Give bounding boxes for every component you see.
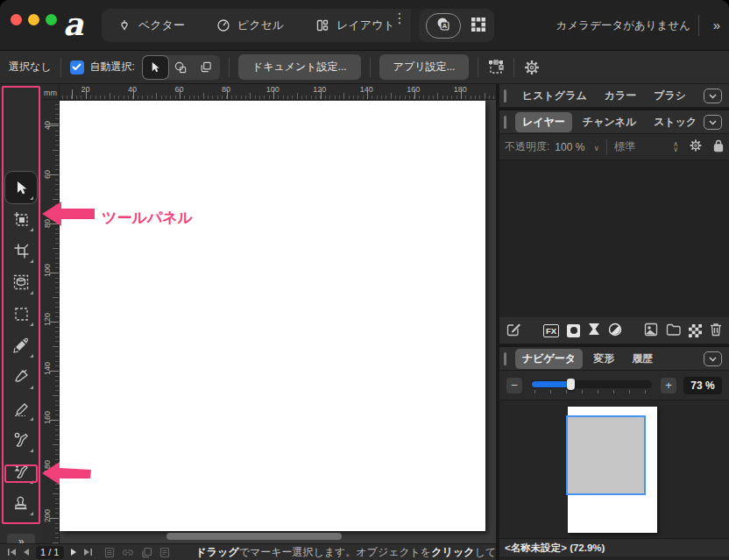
undo-brush-tool[interactable] (5, 456, 37, 487)
gear-icon[interactable] (689, 138, 703, 155)
lock-icon[interactable] (713, 139, 724, 155)
window-zoom-button[interactable] (46, 14, 57, 25)
snapping-options-icon[interactable] (487, 59, 505, 76)
studio-grid-icon[interactable] (470, 16, 487, 36)
zoom-in-button[interactable]: + (661, 378, 676, 393)
ruler-label: 60 (174, 85, 183, 94)
canvas-area[interactable]: mm 20 40 60 80 100 120 140 160 180 40 60… (42, 84, 496, 543)
last-page-button[interactable] (83, 548, 93, 556)
blend-mode-dropdown[interactable]: 標準 (614, 139, 673, 154)
live-filter-icon[interactable] (608, 323, 622, 339)
crop-tool[interactable] (5, 235, 37, 266)
tab-stock[interactable]: ストック (647, 112, 704, 132)
toolbar-overflow-chevron-icon[interactable]: » (713, 18, 720, 32)
tab-history[interactable]: 履歴 (625, 349, 660, 369)
zoom-out-button[interactable]: − (506, 378, 522, 393)
panel-drag-handle[interactable] (504, 89, 506, 103)
new-image-layer-icon[interactable] (644, 323, 658, 339)
window-close-button[interactable] (11, 14, 22, 25)
chevron-down-icon[interactable]: ∨ (593, 144, 599, 152)
page-indicator-field[interactable]: 1 / 1 (36, 546, 64, 559)
new-mask-checker-icon[interactable] (689, 324, 702, 337)
ruler-unit-label: mm (44, 89, 57, 97)
panel-drag-handle[interactable] (504, 116, 506, 129)
adjustment-layer-icon[interactable] (588, 323, 600, 338)
auto-select-checkbox[interactable] (70, 60, 84, 74)
document-page[interactable] (60, 101, 485, 531)
mask-layer-icon[interactable] (567, 324, 580, 337)
ruler-unit-corner[interactable]: mm (42, 84, 60, 100)
select-object-mode-button[interactable] (168, 56, 194, 79)
persona-pixel[interactable]: ピクセル (201, 9, 300, 42)
app-settings-button[interactable]: アプリ設定... (379, 54, 470, 80)
zoom-slider[interactable] (531, 378, 652, 393)
panel-collapse-button[interactable] (704, 89, 722, 103)
selection-brush-tool[interactable] (5, 330, 37, 361)
persona-vector[interactable]: ベクター (102, 9, 201, 42)
new-group-folder-icon[interactable] (666, 323, 681, 338)
first-page-button[interactable] (7, 548, 17, 556)
assistant-toggle-button[interactable]: A (426, 13, 461, 39)
opacity-value-dropdown[interactable]: 100 % (555, 141, 584, 153)
persona-switcher: ベクター ピクセル レイアウト » (102, 9, 439, 42)
frame-select-tool[interactable] (5, 203, 37, 235)
window-minimize-button[interactable] (28, 14, 39, 25)
marquee-select-tool[interactable] (5, 298, 37, 330)
assistant-toggle-group: A (419, 9, 494, 42)
tab-navigator[interactable]: ナビゲータ (515, 349, 583, 369)
layers-list-empty[interactable] (499, 160, 729, 317)
chevron-up-down-icon[interactable]: ∧∨ (673, 142, 678, 152)
affinity-logo: a (63, 5, 83, 42)
cursor-icon (149, 60, 162, 74)
panel-drag-handle[interactable] (504, 352, 506, 365)
ruler-label: 80 (222, 85, 230, 94)
next-page-button[interactable] (70, 548, 78, 556)
select-group-mode-button[interactable] (194, 56, 219, 79)
ruler-label: 160 (43, 415, 52, 424)
navigator-viewport-rect[interactable] (566, 415, 646, 495)
tab-channels[interactable]: チャンネル (576, 112, 643, 132)
panel-collapse-button[interactable] (704, 351, 722, 366)
auto-select-label: 自動選択: (90, 60, 135, 74)
mesh-warp-tool[interactable] (5, 266, 37, 298)
paint-brush-tool[interactable] (5, 361, 37, 393)
horizontal-scrollbar[interactable] (166, 533, 342, 540)
pages-list-icon[interactable] (104, 547, 115, 558)
panel-collapse-button[interactable] (704, 115, 722, 130)
ruler-label: 40 (128, 85, 137, 94)
pixel-tool[interactable] (5, 393, 37, 424)
link-icon[interactable] (122, 548, 134, 556)
zoom-slider-handle[interactable] (567, 379, 575, 390)
color-replacement-brush-tool-icon (12, 431, 30, 449)
edit-layer-icon[interactable] (506, 322, 521, 339)
color-replacement-brush-tool[interactable] (5, 424, 37, 456)
tab-brush[interactable]: ブラシ (647, 86, 693, 106)
divider (478, 58, 478, 77)
layers-action-bar: FX (499, 317, 729, 344)
toolbar-menu-dots-icon[interactable]: ⋮ (393, 15, 407, 22)
zoom-percentage-field[interactable]: 73 % (683, 377, 722, 394)
affinity-app-window: a ベクター ピクセル (0, 0, 729, 560)
tab-layers[interactable]: レイヤー (515, 112, 572, 132)
hint-drag: ドラッグ (196, 546, 239, 558)
trash-icon[interactable] (710, 323, 722, 339)
divider (370, 58, 371, 77)
layout-persona-icon (315, 18, 329, 32)
move-tool[interactable] (5, 172, 37, 203)
duplicate-page-icon[interactable] (141, 547, 152, 558)
crop-tool-icon (13, 243, 30, 259)
paint-brush-tool-icon (12, 368, 30, 386)
tab-color[interactable]: カラー (598, 86, 644, 106)
select-cursor-mode-button[interactable] (143, 56, 168, 79)
tab-transform[interactable]: 変形 (586, 349, 621, 369)
clone-stamp-tool[interactable] (5, 487, 37, 519)
document-settings-button[interactable]: ドキュメント設定... (238, 54, 361, 80)
gear-icon[interactable] (523, 59, 541, 76)
previous-page-button[interactable] (22, 548, 30, 556)
frame-select-tool-icon (12, 210, 30, 228)
navigator-preview[interactable] (499, 401, 729, 538)
zoom-slider-ticks (534, 390, 648, 393)
tab-histogram[interactable]: ヒストグラム (515, 86, 594, 106)
layer-effects-icon[interactable]: FX (543, 324, 559, 337)
notes-icon[interactable] (159, 547, 170, 558)
